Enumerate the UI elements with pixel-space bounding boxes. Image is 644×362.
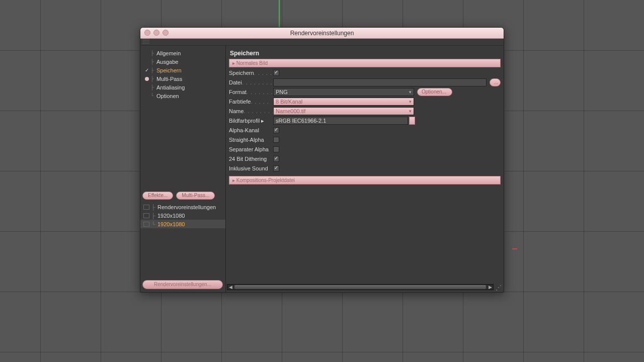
section-header-composition[interactable]: ▸ Kompositions-Projektdatei bbox=[229, 176, 501, 185]
label-format: Format bbox=[229, 89, 247, 95]
scroll-left-icon[interactable]: ◀ bbox=[227, 285, 233, 290]
viewport-axis-y bbox=[279, 0, 280, 28]
window-menubar bbox=[140, 39, 504, 46]
tree-glyph: ├ bbox=[150, 59, 156, 64]
label-separate: Separater Alpha bbox=[229, 146, 269, 152]
checkbox-separate[interactable] bbox=[273, 146, 279, 152]
preset-label: Rendervoreinstellungen bbox=[157, 204, 216, 210]
select-farbtiefe-value: 8 Bit/Kanal bbox=[276, 99, 302, 105]
select-format[interactable]: PNG ▾ bbox=[273, 88, 414, 96]
preset-item-root[interactable]: ├ Rendervoreinstellungen bbox=[140, 203, 225, 211]
scroll-right-icon[interactable]: ▶ bbox=[487, 285, 493, 290]
row-farbtiefe: Farbtiefe. . . . . 8 Bit/Kanal ▾ bbox=[229, 97, 501, 106]
label-straight: Straight-Alpha bbox=[229, 137, 264, 143]
nav-label: Optionen bbox=[156, 93, 179, 99]
row-alpha: Alpha-Kanal bbox=[229, 126, 501, 135]
row-dithering: 24 Bit Dithering bbox=[229, 154, 501, 163]
close-icon[interactable] bbox=[144, 30, 150, 36]
browse-button[interactable]: ... bbox=[490, 78, 501, 86]
row-sound: Inklusive Sound bbox=[229, 164, 501, 173]
select-name[interactable]: Name000.tif ▾ bbox=[273, 107, 414, 115]
panel-title: Speichern bbox=[229, 49, 501, 59]
chevron-down-icon: ▾ bbox=[409, 89, 412, 95]
window-titlebar[interactable]: Rendervoreinstellungen bbox=[140, 28, 504, 39]
menubar-grip-icon bbox=[142, 39, 149, 45]
preset-item-selected[interactable]: └ 1920x1080 bbox=[140, 220, 225, 228]
label-sound: Inklusive Sound bbox=[229, 165, 268, 171]
row-format: Format. . . . . . . PNG ▾ Optionen... bbox=[229, 87, 501, 97]
resize-grip-icon[interactable]: ⋰ bbox=[496, 284, 502, 291]
select-name-value: Name000.tif bbox=[276, 108, 305, 114]
label-farbtiefe: Farbtiefe bbox=[229, 99, 251, 105]
preset-label: 1920x1080 bbox=[157, 221, 185, 227]
horizontal-scrollbar[interactable]: ◀ ▶ bbox=[227, 284, 494, 290]
sidebar-button-row: Effekte... Multi-Pass... bbox=[142, 192, 215, 200]
disclosure-triangle-icon: ▸ Normales Bild bbox=[232, 60, 268, 66]
profile-browse-button[interactable] bbox=[409, 117, 415, 125]
label-datei: Datei bbox=[229, 79, 242, 85]
preset-item[interactable]: ├ 1920x1080 bbox=[140, 211, 225, 220]
checkbox-straight[interactable] bbox=[273, 137, 279, 143]
nav-list: ├ Allgemein ├ Ausgabe ✓ ├ Speichern ├ Mu… bbox=[140, 46, 225, 103]
select-farbtiefe[interactable]: 8 Bit/Kanal ▾ bbox=[273, 98, 414, 106]
window-title: Rendervoreinstellungen bbox=[290, 30, 354, 37]
minimize-icon[interactable] bbox=[153, 30, 159, 36]
select-format-value: PNG bbox=[276, 89, 288, 95]
tree-glyph: ├ bbox=[150, 67, 156, 73]
select-profil-value: sRGB IEC61966-2.1 bbox=[276, 118, 326, 124]
tree-glyph: ├ bbox=[151, 213, 157, 219]
row-bildfarbprofil: Bildfarbprofil ▸ sRGB IEC61966-2.1 bbox=[229, 116, 501, 125]
render-settings-window: Rendervoreinstellungen ├ Allgemein ├ Aus… bbox=[140, 27, 504, 293]
label-dithering: 24 Bit Dithering bbox=[229, 156, 267, 162]
effects-button[interactable]: Effekte... bbox=[142, 192, 173, 200]
nav-label: Multi-Pass bbox=[156, 76, 182, 82]
tree-glyph: ├ bbox=[150, 76, 156, 81]
section-header-normal[interactable]: ▸ Normales Bild bbox=[229, 59, 501, 67]
nav-item-multipass[interactable]: ├ Multi-Pass bbox=[140, 74, 225, 83]
select-profil[interactable]: sRGB IEC61966-2.1 bbox=[273, 117, 408, 125]
row-straight: Straight-Alpha bbox=[229, 135, 501, 144]
tree-glyph: └ bbox=[150, 93, 156, 99]
tree-glyph: ├ bbox=[151, 204, 157, 210]
preset-toggle-icon[interactable] bbox=[143, 222, 149, 227]
nav-label: Allgemein bbox=[156, 50, 181, 56]
label-alpha: Alpha-Kanal bbox=[229, 127, 259, 133]
scroll-thumb[interactable] bbox=[234, 285, 486, 289]
zoom-icon[interactable] bbox=[163, 30, 169, 36]
nav-item-allgemein[interactable]: ├ Allgemein bbox=[140, 49, 225, 57]
nav-item-speichern[interactable]: ✓ ├ Speichern bbox=[140, 66, 225, 74]
chevron-down-icon: ▾ bbox=[409, 99, 412, 104]
nav-label: Speichern bbox=[156, 67, 182, 73]
nav-label: Ausgabe bbox=[156, 59, 178, 65]
nav-radio[interactable] bbox=[143, 76, 150, 82]
format-options-button[interactable]: Optionen... bbox=[417, 88, 452, 96]
nav-item-antialiasing[interactable]: ├ Antialiasing bbox=[140, 83, 225, 92]
checkbox-alpha[interactable] bbox=[273, 127, 279, 133]
save-form: Speichern. . . . . Datei. . . . . . . . … bbox=[229, 68, 501, 173]
row-speichern: Speichern. . . . . bbox=[229, 68, 501, 77]
row-datei: Datei. . . . . . . . ... bbox=[229, 78, 501, 87]
preset-toggle-icon[interactable] bbox=[143, 205, 149, 210]
tree-glyph: ├ bbox=[150, 50, 156, 56]
checkbox-dithering[interactable] bbox=[273, 156, 279, 162]
checkbox-speichern[interactable] bbox=[273, 70, 279, 76]
input-datei[interactable] bbox=[273, 78, 487, 86]
nav-label: Antialiasing bbox=[156, 84, 185, 90]
checkbox-sound[interactable] bbox=[273, 165, 279, 171]
label-speichern: Speichern bbox=[229, 70, 254, 76]
preset-label: 1920x1080 bbox=[157, 213, 185, 219]
nav-item-optionen[interactable]: └ Optionen bbox=[140, 92, 225, 100]
tree-glyph: ├ bbox=[150, 84, 156, 90]
preset-toggle-icon[interactable] bbox=[143, 213, 149, 218]
nav-check[interactable]: ✓ bbox=[143, 67, 150, 73]
multipass-button[interactable]: Multi-Pass... bbox=[176, 192, 215, 200]
render-settings-footer-button[interactable]: Rendervoreinstellungen... bbox=[142, 280, 223, 289]
content-panel: Speichern ▸ Normales Bild Speichern. . .… bbox=[226, 46, 504, 292]
viewport-axis-x bbox=[512, 248, 517, 249]
tree-glyph: └ bbox=[151, 221, 157, 227]
label-profil: Bildfarbprofil bbox=[229, 118, 260, 124]
row-name: Name. . . . . . . . Name000.tif ▾ bbox=[229, 107, 501, 116]
nav-item-ausgabe[interactable]: ├ Ausgabe bbox=[140, 57, 225, 66]
row-separate: Separater Alpha bbox=[229, 145, 501, 154]
preset-list: ├ Rendervoreinstellungen ├ 1920x1080 └ 1… bbox=[140, 203, 225, 228]
